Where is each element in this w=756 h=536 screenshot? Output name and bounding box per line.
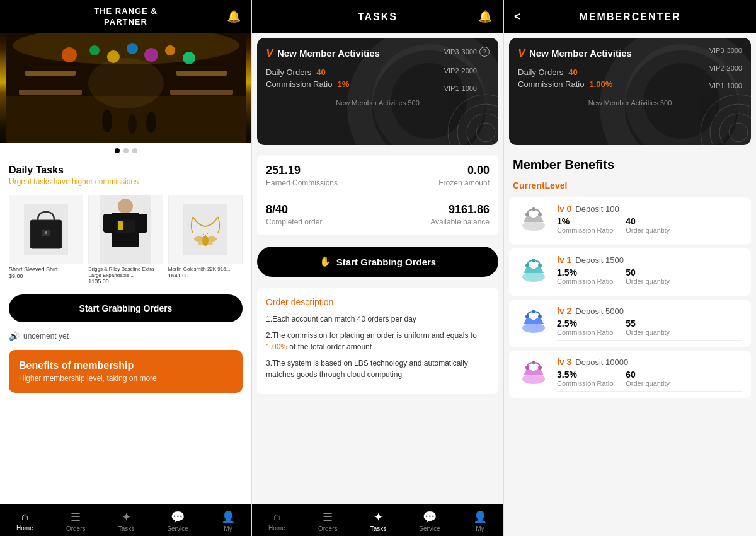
stats-section: 251.19 Earned Commissions 0.00 Frozen am… <box>257 155 498 235</box>
tasks-nav-my[interactable]: 👤 My <box>468 509 492 533</box>
nav-my-label: My <box>224 525 232 532</box>
svg-point-3 <box>62 47 77 62</box>
svg-point-41 <box>701 95 751 145</box>
product-row: Short Sleeved Shirt $9.00 Briggs & Riley… <box>0 190 251 289</box>
mc-daily-orders-value: 40 <box>568 67 577 77</box>
svg-point-6 <box>127 43 138 54</box>
nav-home-label: Home <box>16 525 33 532</box>
tasks-nav-orders[interactable]: ☰ Orders <box>313 509 343 533</box>
level-orders-3: 60 Order quantity <box>626 370 670 387</box>
nav-service[interactable]: 💬 Service <box>162 509 193 533</box>
nav-orders[interactable]: ☰ Orders <box>61 509 91 533</box>
mc-card-title-text: New Member Activities <box>529 48 632 59</box>
dot-2[interactable] <box>123 148 129 153</box>
item2-after: of the total order amount <box>287 342 372 351</box>
tasks-nav-tasks-label: Tasks <box>370 525 387 532</box>
benefits-banner[interactable]: Benefits of membership Higher membership… <box>9 350 243 393</box>
card-stats: Daily Orders 40 Commission Ratio 1% <box>266 67 490 89</box>
membercenter-scroll: V New Member Activities VIP3 3000 VIP2 2… <box>504 33 756 536</box>
nav-tasks[interactable]: ✦ Tasks <box>113 509 140 533</box>
svg-point-34 <box>207 242 213 245</box>
nav-my[interactable]: 👤 My <box>216 509 240 533</box>
level-divider-3 <box>557 391 742 392</box>
tasks-title: TASKS <box>358 11 398 23</box>
vip1-label: VIP1 <box>444 84 459 92</box>
svg-point-55 <box>538 315 542 318</box>
start-grabbing-button[interactable]: Start Grabbing Orders <box>9 294 243 322</box>
level-info-1: lv 1 Deposit 1500 1.5% Commission Ratio … <box>557 255 742 289</box>
svg-point-58 <box>525 366 529 370</box>
tasks-nav-service-label: Service <box>419 525 440 532</box>
svg-point-16 <box>146 112 156 133</box>
svg-point-32 <box>207 236 217 242</box>
level-stats-2: 2.5% Commission Ratio 55 Order quantity <box>557 318 742 336</box>
svg-point-60 <box>532 361 536 364</box>
svg-point-38 <box>457 104 498 145</box>
level-commission-3: 3.5% Commission Ratio <box>557 370 613 387</box>
service-icon: 💬 <box>171 510 185 524</box>
back-button[interactable]: < <box>514 10 522 23</box>
svg-point-31 <box>194 236 204 242</box>
daily-orders-value: 40 <box>316 67 325 77</box>
commission-lbl-1: Commission Ratio <box>557 277 613 285</box>
tasks-nav-service[interactable]: 💬 Service <box>414 509 445 533</box>
level-card-1: lv 1 Deposit 1500 1.5% Commission Ratio … <box>509 248 751 296</box>
svg-point-4 <box>89 45 100 55</box>
tasks-grab-button[interactable]: ✋ Start Grabbing Orders <box>257 247 498 277</box>
vip3-label: VIP3 <box>444 48 459 55</box>
level-deposit-2: Deposit 5000 <box>575 306 624 316</box>
dot-1[interactable] <box>115 148 120 153</box>
level-icon-1 <box>518 255 549 286</box>
level-info-2: lv 2 Deposit 5000 2.5% Commission Ratio … <box>557 306 742 341</box>
vip2-label: VIP2 <box>444 67 459 74</box>
home-header: THE RANGE & PARTNER 🔔 <box>0 0 251 33</box>
bell-icon[interactable]: 🔔 <box>227 9 241 23</box>
svg-rect-29 <box>183 204 227 255</box>
level-icon-2 <box>518 306 549 337</box>
vip2-value: 2000 <box>462 67 477 74</box>
product-price-shirt: 1135.00 <box>88 278 163 284</box>
svg-point-48 <box>532 207 536 211</box>
tasks-home-icon: ⌂ <box>273 510 280 523</box>
dot-3[interactable] <box>132 148 137 153</box>
current-level-label: CurrentLevel <box>513 180 567 190</box>
nav-home[interactable]: ⌂ Home <box>11 509 38 533</box>
product-card-bag[interactable]: Short Sleeved Shirt $9.00 <box>9 195 83 284</box>
membercenter-title: MEMBERCENTER <box>580 11 681 23</box>
mc-vip3-value: 3000 <box>727 47 742 54</box>
tasks-nav-tasks[interactable]: ✦ Tasks <box>365 509 392 533</box>
orders-lbl-0: Order quantity <box>626 226 670 234</box>
frozen-label: Frozen amount <box>438 178 490 187</box>
order-desc-item-3: 3.The system is based on LBS technology … <box>266 358 490 380</box>
mc-commission-label: Commission Ratio <box>518 79 584 89</box>
tasks-bell-icon[interactable]: 🔔 <box>478 9 493 23</box>
level-orders-0: 40 Order quantity <box>626 216 670 234</box>
vip-labels: VIP3 3000 ? VIP2 2000 VIP1 1000 <box>444 47 490 92</box>
product-card-necklace[interactable]: Merlin Goldsmith 22K 916... 1641.00 <box>168 195 243 284</box>
completed-orders: 8/40 Completed order <box>266 203 322 226</box>
svg-rect-28 <box>118 221 123 230</box>
orders-val-3: 60 <box>626 370 670 380</box>
daily-tasks-subtitle: Urgent tasks have higher commissions <box>9 177 243 186</box>
svg-point-15 <box>128 114 137 134</box>
order-desc-item-1: 1.Each account can match 40 orders per d… <box>266 313 490 325</box>
level-deposit-3: Deposit 10000 <box>575 358 628 367</box>
svg-rect-12 <box>19 90 82 95</box>
level-name-3: lv 3 <box>557 357 571 367</box>
product-price-necklace: 1641.00 <box>168 272 243 279</box>
product-card-shirt[interactable]: Briggs & Riley Baseline Extra Large Expa… <box>88 195 163 284</box>
svg-point-46 <box>525 213 529 216</box>
balance-label: Available balance <box>430 218 490 226</box>
level-card-0: lv 0 Deposit 100 1% Commission Ratio 40 … <box>509 197 751 245</box>
tasks-nav-home[interactable]: ⌂ Home <box>263 509 290 533</box>
level-stats-3: 3.5% Commission Ratio 60 Order quantity <box>557 370 742 387</box>
level-orders-1: 50 Order quantity <box>626 267 670 285</box>
question-badge[interactable]: ? <box>479 47 490 57</box>
mc-commission: Commission Ratio 1.00% <box>518 79 742 89</box>
svg-rect-25 <box>103 214 115 233</box>
product-name-shirt: Briggs & Riley Baseline Extra Large Expa… <box>88 266 163 278</box>
tasks-bottom-nav: ⌂ Home ☰ Orders ✦ Tasks 💬 Service 👤 My <box>252 504 503 536</box>
earned-commissions: 251.19 Earned Commissions <box>266 164 338 187</box>
product-name-necklace: Merlin Goldsmith 22K 916... <box>168 266 243 272</box>
grab-icon: ✋ <box>319 256 331 267</box>
